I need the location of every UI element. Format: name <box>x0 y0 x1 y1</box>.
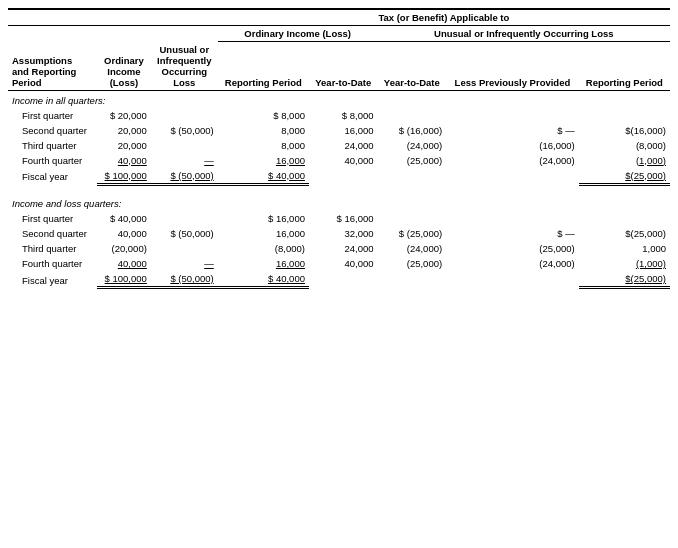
row-col5 <box>309 168 378 185</box>
col3-header: Unusual or Infrequently Occurring Loss <box>151 42 218 91</box>
row-col5: 16,000 <box>309 123 378 138</box>
row-col3 <box>151 211 218 226</box>
row-col4: $ 40,000 <box>218 168 309 185</box>
row-col8: (1,000) <box>579 153 670 168</box>
row-col7: (16,000) <box>446 138 579 153</box>
sub2-header: Year-to-Date <box>309 42 378 91</box>
row-col2: $ 100,000 <box>97 271 151 288</box>
row-col7 <box>446 211 579 226</box>
row-col4: 8,000 <box>218 123 309 138</box>
section1-label: Income in all quarters: <box>8 90 670 108</box>
table-row: Fourth quarter 40,000 — 16,000 40,000 (2… <box>8 256 670 271</box>
financial-table: Tax (or Benefit) Applicable to Ordinary … <box>8 8 670 289</box>
row-col8 <box>579 108 670 123</box>
row-col8: $(16,000) <box>579 123 670 138</box>
row-col7: (25,000) <box>446 241 579 256</box>
row-col3: — <box>151 153 218 168</box>
row-col3: $ (50,000) <box>151 123 218 138</box>
row-col3 <box>151 108 218 123</box>
table-row: Third quarter 20,000 8,000 24,000 (24,00… <box>8 138 670 153</box>
sub5-header: Reporting Period <box>579 42 670 91</box>
row-col2: 20,000 <box>97 123 151 138</box>
row-col5: 32,000 <box>309 226 378 241</box>
row-col3: $ (50,000) <box>151 271 218 288</box>
row-col7: (24,000) <box>446 153 579 168</box>
row-col2: $ 40,000 <box>97 211 151 226</box>
row-col2: 20,000 <box>97 138 151 153</box>
sub1-header: Reporting Period <box>218 42 309 91</box>
row-label: Second quarter <box>8 226 97 241</box>
table-row: Third quarter (20,000) (8,000) 24,000 (2… <box>8 241 670 256</box>
row-col6 <box>378 211 447 226</box>
row-col3 <box>151 241 218 256</box>
table-row: First quarter $ 40,000 $ 16,000 $ 16,000 <box>8 211 670 226</box>
row-col5: $ 16,000 <box>309 211 378 226</box>
row-col6: (25,000) <box>378 153 447 168</box>
row-col4: $ 40,000 <box>218 271 309 288</box>
unusual-header: Unusual or Infrequently Occurring Loss <box>378 26 670 42</box>
row-label: Second quarter <box>8 123 97 138</box>
row-col8: (1,000) <box>579 256 670 271</box>
main-title: Tax (or Benefit) Applicable to <box>218 9 670 26</box>
table-row: Fiscal year $ 100,000 $ (50,000) $ 40,00… <box>8 168 670 185</box>
row-col5: $ 8,000 <box>309 108 378 123</box>
row-col6: (24,000) <box>378 241 447 256</box>
row-label: First quarter <box>8 211 97 226</box>
row-col2: 40,000 <box>97 256 151 271</box>
row-label: Fiscal year <box>8 168 97 185</box>
row-col6: $ (16,000) <box>378 123 447 138</box>
row-col4: 16,000 <box>218 226 309 241</box>
row-col8: 1,000 <box>579 241 670 256</box>
row-col6: (25,000) <box>378 256 447 271</box>
section1-label-row: Income in all quarters: <box>8 90 670 108</box>
row-col3: — <box>151 256 218 271</box>
row-col8: $(25,000) <box>579 271 670 288</box>
row-col4: $ 8,000 <box>218 108 309 123</box>
row-col7: (24,000) <box>446 256 579 271</box>
row-col4: 16,000 <box>218 153 309 168</box>
row-col3: $ (50,000) <box>151 168 218 185</box>
row-col4: 16,000 <box>218 256 309 271</box>
row-col3 <box>151 138 218 153</box>
section2-label-row: Income and loss quarters: <box>8 194 670 211</box>
sub4-header: Less Previously Provided <box>446 42 579 91</box>
separator <box>8 184 670 194</box>
table-row: Second quarter 20,000 $ (50,000) 8,000 1… <box>8 123 670 138</box>
sub3-header: Year-to-Date <box>378 42 447 91</box>
row-col5: 40,000 <box>309 153 378 168</box>
row-col2: $ 100,000 <box>97 168 151 185</box>
section2-label: Income and loss quarters: <box>8 194 670 211</box>
row-label: Third quarter <box>8 241 97 256</box>
row-col2: 40,000 <box>97 153 151 168</box>
row-col5: 24,000 <box>309 241 378 256</box>
row-col5: 40,000 <box>309 256 378 271</box>
ordinary-income-header: Ordinary Income (Loss) <box>218 26 378 42</box>
row-col2: 40,000 <box>97 226 151 241</box>
row-col8: $(25,000) <box>579 226 670 241</box>
row-col5 <box>309 271 378 288</box>
table-row: Fourth quarter 40,000 — 16,000 40,000 (2… <box>8 153 670 168</box>
row-label: Fourth quarter <box>8 153 97 168</box>
row-col7: $ — <box>446 226 579 241</box>
row-col8 <box>579 211 670 226</box>
row-col2: (20,000) <box>97 241 151 256</box>
row-label: Fourth quarter <box>8 256 97 271</box>
row-label: First quarter <box>8 108 97 123</box>
row-col6 <box>378 271 447 288</box>
row-col8: (8,000) <box>579 138 670 153</box>
row-col2: $ 20,000 <box>97 108 151 123</box>
row-col4: 8,000 <box>218 138 309 153</box>
row-col6: $ (25,000) <box>378 226 447 241</box>
row-label: Fiscal year <box>8 271 97 288</box>
col1-header: Assumptions and Reporting Period <box>8 42 97 91</box>
row-col7 <box>446 168 579 185</box>
row-col7 <box>446 108 579 123</box>
row-label: Third quarter <box>8 138 97 153</box>
row-col6: (24,000) <box>378 138 447 153</box>
row-col4: (8,000) <box>218 241 309 256</box>
row-col7 <box>446 271 579 288</box>
row-col4: $ 16,000 <box>218 211 309 226</box>
row-col8: $(25,000) <box>579 168 670 185</box>
row-col3: $ (50,000) <box>151 226 218 241</box>
table-row: Second quarter 40,000 $ (50,000) 16,000 … <box>8 226 670 241</box>
